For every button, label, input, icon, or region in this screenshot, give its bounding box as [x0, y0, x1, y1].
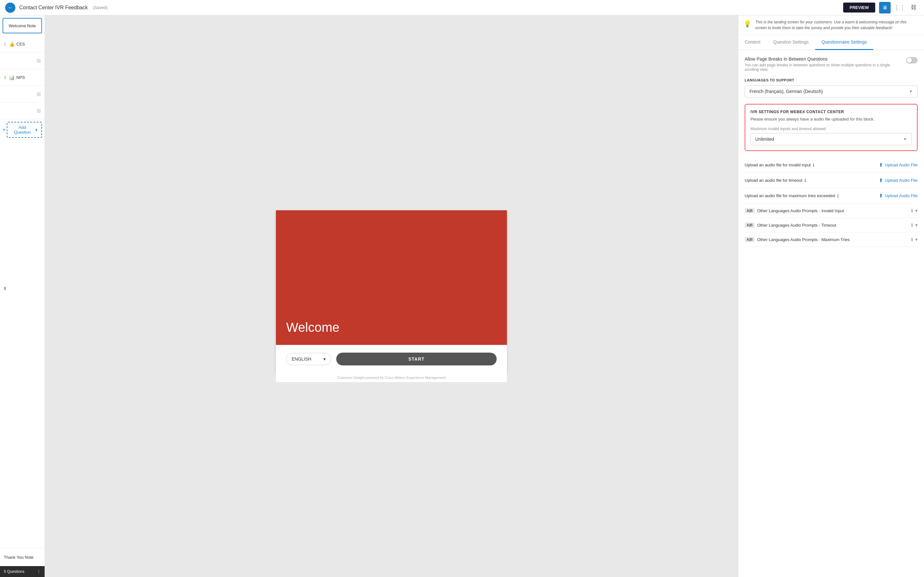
add-question-container: + Add Question ▾ — [3, 122, 42, 139]
add-question-label: Add Question — [11, 125, 33, 135]
q1-number: 1 — [4, 42, 9, 47]
q1-icon: 👍 — [9, 42, 15, 47]
collapsible-invalid-right: ℹ ▾ — [911, 208, 918, 213]
upload-max-tries-info-icon[interactable]: ℹ — [837, 193, 838, 198]
add-icon: + — [3, 127, 5, 133]
upload-invalid-row: Upload an audio file for invalid input ℹ… — [745, 157, 918, 173]
languages-setting: LANGUAGES TO SUPPORT French (français), … — [745, 78, 918, 97]
monitor-button[interactable]: 🖥 — [879, 2, 891, 13]
ivr-max-label: Maximum invalid inputs and timeout allow… — [750, 127, 912, 131]
collapsible-max-tries-info-icon[interactable]: ℹ — [911, 237, 913, 242]
upload-invalid-button[interactable]: ⬆ Upload Audio File — [879, 162, 918, 168]
preview-canvas: Welcome ENGLISH ▾ START Customer Delight… — [45, 15, 738, 577]
add-question-chevron: ▾ — [35, 127, 37, 132]
upload-timeout-row: Upload an audio file for timeout ℹ ⬆ Upl… — [745, 173, 918, 188]
collapsible-max-tries[interactable]: A|B Other Languages Audio Prompts - Maxi… — [745, 232, 918, 247]
saved-label: (Saved) — [93, 5, 107, 10]
upload-timeout-info-icon[interactable]: ℹ — [804, 178, 806, 183]
upload-invalid-info-icon[interactable]: ℹ — [813, 163, 814, 168]
sidebar-item-q2[interactable]: 2 ⊞ — [0, 53, 45, 69]
languages-arrow-icon: ▼ — [909, 89, 913, 93]
center-preview: Welcome ENGLISH ▾ START Customer Delight… — [45, 15, 738, 577]
language-label: ENGLISH — [292, 356, 311, 362]
sidebar-item-q5[interactable]: 5 ⊞ — [0, 103, 45, 119]
tab-questionnaire-settings[interactable]: Questionnaire Settings — [815, 35, 874, 50]
q5-icon: ⊞ — [37, 108, 41, 114]
sidebar-item-q1[interactable]: 1 👍 CES — [0, 36, 45, 53]
collapsible-max-tries-badge: A|B — [745, 237, 754, 242]
upload-timeout-btn-label: Upload Audio File — [885, 178, 918, 183]
upload-max-tries-label-group: Upload an audio file for maximum tries e… — [745, 193, 838, 198]
tip-text: This is the landing screen for your cust… — [755, 19, 919, 31]
right-panel: 💡 This is the landing screen for your cu… — [738, 15, 924, 577]
org-button[interactable]: ⛓ — [909, 3, 919, 13]
welcome-note-label: Welcome Note — [9, 23, 36, 28]
back-icon: ← — [8, 5, 13, 11]
ivr-settings-box: IVR SETTINGS FOR WEBEX CONTACT CENTER Pl… — [745, 104, 918, 151]
upload-max-tries-button[interactable]: ⬆ Upload Audio File — [879, 193, 918, 199]
collapsible-max-tries-chevron-icon: ▾ — [915, 237, 918, 242]
main-layout: Welcome Note 1 👍 CES 2 ⊞ 3 📊 NPS 4 ⊞ 5 ⊞ — [0, 15, 924, 577]
upload-timeout-label-group: Upload an audio file for timeout ℹ — [745, 178, 806, 183]
powered-by: Customer Delight powered by Cisco Webex … — [276, 373, 507, 382]
tab-question-settings[interactable]: Question Settings — [767, 35, 815, 50]
language-chevron-icon: ▾ — [323, 356, 326, 362]
collapsible-timeout-info-icon[interactable]: ℹ — [911, 222, 913, 227]
collapsible-invalid-info-icon[interactable]: ℹ — [911, 208, 913, 213]
survey-card: Welcome ENGLISH ▾ START — [276, 210, 507, 373]
footer-label: 5 Questions — [4, 569, 24, 574]
upload-cloud-icon-2: ⬆ — [879, 177, 883, 183]
collapsible-invalid-left: A|B Other Languages Audio Prompts - Inva… — [745, 208, 844, 213]
start-button[interactable]: START — [336, 353, 497, 366]
tabs-row: Content Question Settings Questionnaire … — [738, 35, 924, 50]
ivr-title: IVR SETTINGS FOR WEBEX CONTACT CENTER — [750, 110, 912, 114]
tab-content-label: Content — [745, 39, 760, 45]
tab-content[interactable]: Content — [738, 35, 767, 50]
upload-invalid-label-group: Upload an audio file for invalid input ℹ — [745, 163, 814, 168]
allow-page-breaks-setting: Allow Page Breaks In Between Questions Y… — [745, 56, 918, 72]
collapsible-invalid-label: Other Languages Audio Prompts - Invalid … — [757, 208, 844, 213]
collapsible-timeout[interactable]: A|B Other Languages Audio Prompts - Time… — [745, 218, 918, 232]
panel-content: Allow Page Breaks In Between Questions Y… — [738, 50, 924, 577]
sidebar-item-q3[interactable]: 3 📊 NPS — [0, 69, 45, 86]
tab-question-settings-label: Question Settings — [773, 39, 809, 45]
header: ← Contact Center IVR Feedback (Saved) PR… — [0, 0, 924, 15]
upload-timeout-label: Upload an audio file for timeout — [745, 178, 803, 183]
q5-number: 5 — [4, 286, 9, 291]
allow-page-breaks-toggle[interactable] — [906, 57, 918, 63]
welcome-text: Welcome — [286, 320, 339, 335]
upload-timeout-button[interactable]: ⬆ Upload Audio File — [879, 177, 918, 183]
sidebar: Welcome Note 1 👍 CES 2 ⊞ 3 📊 NPS 4 ⊞ 5 ⊞ — [0, 15, 45, 577]
allow-page-breaks-text: Allow Page Breaks In Between Questions Y… — [745, 56, 901, 72]
q1-label: CES — [16, 42, 25, 47]
language-select[interactable]: ENGLISH ▾ — [286, 353, 331, 365]
preview-button[interactable]: PREVIEW — [843, 3, 875, 13]
q4-icon: ⊞ — [37, 91, 41, 97]
thank-you-label: Thank You Note — [4, 555, 34, 560]
org-icon: ⛓ — [911, 4, 917, 11]
ivr-max-dropdown[interactable]: Unlimited ▼ — [750, 133, 912, 145]
survey-footer-bar: ENGLISH ▾ START — [276, 345, 507, 373]
questions-footer: 5 Questions ⋮ — [0, 566, 45, 577]
survey-header-red: Welcome — [276, 210, 507, 345]
page-title: Contact Center IVR Feedback — [19, 5, 87, 11]
languages-value: French (français), German (Deutsch) — [750, 89, 823, 94]
upload-cloud-icon-1: ⬆ — [879, 162, 883, 168]
footer-menu-icon[interactable]: ⋮ — [37, 569, 41, 574]
collapsible-timeout-left: A|B Other Languages Audio Prompts - Time… — [745, 222, 836, 227]
add-question-button[interactable]: Add Question ▾ — [7, 122, 42, 138]
sidebar-item-welcome-note[interactable]: Welcome Note — [3, 18, 42, 33]
menu-button[interactable]: ⋮⋮ — [895, 3, 905, 13]
collapsible-timeout-badge: A|B — [745, 222, 754, 227]
sidebar-item-q4[interactable]: 4 ⊞ — [0, 86, 45, 103]
upload-invalid-label: Upload an audio file for invalid input — [745, 163, 811, 167]
upload-max-tries-label: Upload an audio file for maximum tries e… — [745, 193, 835, 198]
collapsible-invalid-chevron-icon: ▾ — [915, 208, 918, 213]
menu-icon: ⋮⋮ — [894, 4, 905, 11]
ivr-max-value: Unlimited — [755, 137, 774, 142]
back-button[interactable]: ← — [5, 3, 15, 13]
collapsible-invalid-input[interactable]: A|B Other Languages Audio Prompts - Inva… — [745, 203, 918, 218]
languages-dropdown[interactable]: French (français), German (Deutsch) ▼ — [745, 85, 918, 97]
collapsible-timeout-right: ℹ ▾ — [911, 222, 918, 227]
sidebar-item-thank-you[interactable]: Thank You Note — [0, 548, 45, 566]
